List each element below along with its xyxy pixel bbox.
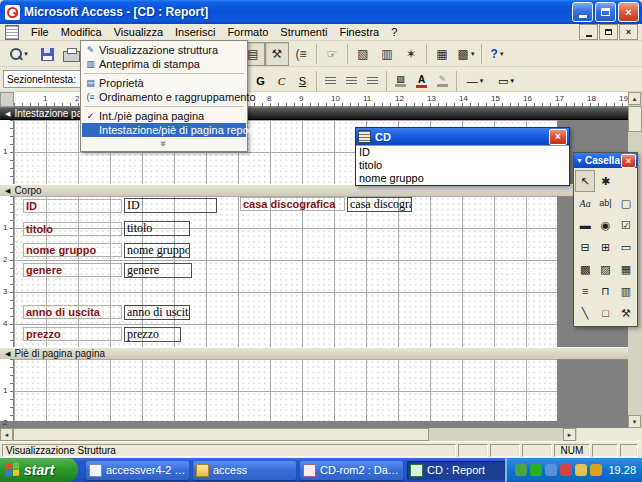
label-id[interactable]: ID [23,199,122,213]
more-controls-tool[interactable]: ⚒ [616,302,636,324]
scroll-up-button[interactable]: ▴ [628,92,641,105]
label-titolo[interactable]: titolo [23,222,122,236]
menu-file[interactable]: File [25,25,55,39]
taskbar-button-accessver4-2[interactable]: accessver4-2 -... [86,461,189,480]
menu-formato[interactable]: Formato [221,25,274,39]
view-menu-item-propriet[interactable]: ▤Proprietà [82,76,246,90]
scroll-left-button[interactable]: ◂ [0,428,13,441]
build-button[interactable]: ✶ [399,42,423,66]
unbound-object-frame-tool[interactable]: ▨ [595,258,615,280]
code-button[interactable]: ☞ [320,42,344,66]
properties-button[interactable]: ▥ [375,42,399,66]
view-menu-item-ordinamento-e-raggruppamento[interactable]: (≡Ordinamento e raggruppamento [82,90,246,104]
line-color-button[interactable]: ✎ [432,70,453,92]
line-tool[interactable]: ╲ [575,302,595,324]
textbox-nome-gruppo[interactable]: nome gruppo [124,243,190,258]
view-button[interactable]: ▾ [3,42,35,66]
report-document-icon[interactable] [5,25,19,40]
help-button[interactable]: ?▾ [485,42,509,66]
field-list-close-button[interactable]: × [549,129,567,145]
new-object-button[interactable]: ▩▾ [454,42,478,66]
field-list-item-id[interactable]: ID [356,146,569,159]
textbox-titolo[interactable]: titolo [124,221,190,236]
sorting-and-grouping-button[interactable]: (≡ [289,42,313,66]
textbox-prezzo[interactable]: prezzo [124,327,181,342]
textbox-anno-di-uscita[interactable]: anno di uscita [124,305,190,320]
view-menu-item-anteprima-di-stampa[interactable]: ▥Anteprima di stampa [82,57,246,71]
view-menu-item-intestazione-pi-di-pagina-report[interactable]: Intestazione/piè di pagina report [82,123,246,137]
horizontal-scroll-track[interactable] [429,428,577,441]
field-list-titlebar[interactable]: CD × [356,128,569,145]
command-button-tool[interactable]: ▭ [616,236,636,258]
tray-icon-1[interactable] [515,464,527,476]
horizontal-scrollbar[interactable]: ◂ [0,428,577,441]
font-color-button[interactable]: A [411,70,432,92]
close-button[interactable]: × [618,2,639,22]
label-anno-di-uscita[interactable]: anno di uscita [23,305,122,319]
rectangle-tool[interactable]: □ [595,302,615,324]
field-list-item-titolo[interactable]: titolo [356,159,569,172]
clock[interactable]: 19.28 [608,464,636,476]
autoformat-button[interactable]: ▧ [351,42,375,66]
italic-button[interactable]: C [271,70,292,92]
horizontal-scroll-thumb[interactable] [13,428,429,441]
list-box-tool[interactable]: ⊞ [595,236,615,258]
label-prezzo[interactable]: prezzo [23,327,122,341]
subform-subreport-tool[interactable]: ▥ [616,280,636,302]
menu-item[interactable]: ? [385,25,403,39]
restore-button[interactable] [595,2,616,22]
taskbar-button-cd-rom2-dat[interactable]: CD-rom2 : Dat... [300,461,403,480]
tray-icon-4[interactable] [560,464,572,476]
bold-button[interactable]: G [250,70,271,92]
line-width-button[interactable]: —▾ [460,70,490,92]
field-list-item-nome-gruppo[interactable]: nome gruppo [356,172,569,185]
database-window-button[interactable]: ▦ [430,42,454,66]
textbox-id[interactable]: ID [124,198,217,213]
menu-inserisci[interactable]: Inserisci [169,25,221,39]
special-effect-button[interactable]: ▭▾ [490,70,522,92]
image-tool[interactable]: ▩ [575,258,595,280]
label-casa-discografica[interactable]: casa discografica [240,197,345,211]
menu-visualizza[interactable]: Visualizza [108,25,169,39]
view-menu-item-visualizzazione-struttura[interactable]: ✎Visualizzazione struttura [82,43,246,57]
tray-icon-5[interactable] [575,464,587,476]
option-group-tool[interactable]: ▢ [616,192,636,214]
menu-finestra[interactable]: Finestra [333,25,385,39]
toolbox-button[interactable]: ⚒ [265,42,289,66]
tab-control-tool[interactable]: ⊓ [595,280,615,302]
tray-icon-6[interactable] [590,464,602,476]
tray-icon-2[interactable] [530,464,542,476]
menu-strumenti[interactable]: Strumenti [274,25,333,39]
vertical-scroll-thumb[interactable] [628,106,642,132]
taskbar-button-cd-report[interactable]: CD : Report [407,461,505,480]
page-break-tool[interactable]: ≡ [575,280,595,302]
menu-expand-chevron[interactable]: » [82,137,246,149]
child-restore-button[interactable] [599,24,618,40]
select-pointer-tool[interactable]: ↖ [575,170,595,192]
label-tool[interactable]: Aa [575,192,595,214]
toggle-button-tool[interactable]: ▬ [575,214,595,236]
view-menu-item-int-pi-pagina-pagina[interactable]: ✓Int./piè pagina pagina [82,109,246,123]
label-nome-gruppo[interactable]: nome gruppo [23,243,122,257]
combo-box-tool[interactable]: ⊟ [575,236,595,258]
control-wizards-tool[interactable]: ✱ [595,170,615,192]
child-minimize-button[interactable] [579,24,598,40]
toolbox-titlebar[interactable]: ▼ Casella × [574,153,637,168]
toolbox-close-button[interactable]: × [621,154,636,168]
textbox-genere[interactable]: genere [124,263,192,278]
text-box-tool[interactable]: ab| [595,192,615,214]
scroll-down-button[interactable]: ▾ [628,415,641,428]
minimize-button[interactable] [572,2,593,22]
label-genere[interactable]: genere [23,263,122,277]
menu-modifica[interactable]: Modifica [55,25,108,39]
tray-icon-3[interactable] [545,464,557,476]
ruler-corner[interactable] [0,92,14,107]
save-button[interactable] [35,42,59,66]
taskbar-button-access[interactable]: access [193,461,296,480]
align-center-button[interactable] [341,70,362,92]
align-left-button[interactable] [320,70,341,92]
textbox-casa-discografica[interactable]: casa discografica [347,197,412,212]
page-footer-canvas[interactable] [14,359,557,421]
underline-button[interactable]: S [292,70,313,92]
bound-object-frame-tool[interactable]: ▦ [616,258,636,280]
